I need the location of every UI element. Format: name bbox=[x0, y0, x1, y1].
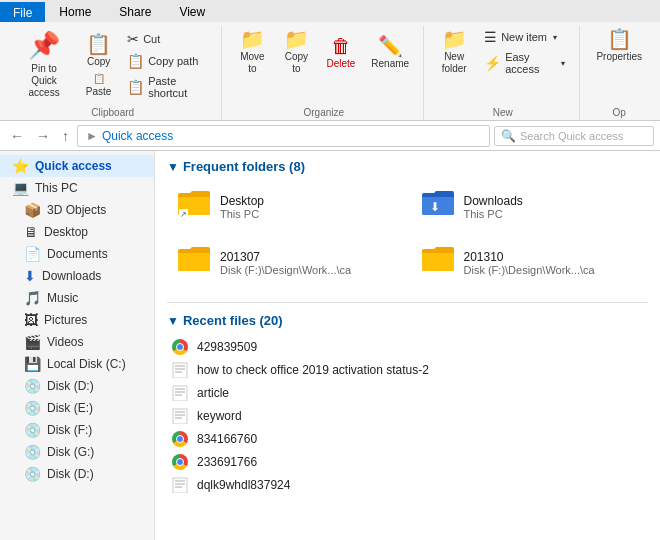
frequent-folders-chevron: ▼ bbox=[167, 160, 179, 174]
tab-home[interactable]: Home bbox=[45, 2, 105, 22]
folder-201307-sub: Disk (F:)\Design\Work...\ca bbox=[220, 264, 351, 276]
svg-rect-11 bbox=[173, 409, 187, 424]
quick-access-icon: ⭐ bbox=[12, 158, 29, 174]
delete-label: Delete bbox=[326, 58, 355, 69]
folder-grid: ↗ Desktop This PC ⬇ Down bbox=[167, 182, 648, 288]
frequent-folders-header[interactable]: ▼ Frequent folders (8) bbox=[167, 159, 648, 174]
3d-objects-icon: 📦 bbox=[24, 202, 41, 218]
sidebar-item-disk-f[interactable]: 💿 Disk (F:) bbox=[0, 419, 154, 441]
search-box[interactable]: 🔍 Search Quick access bbox=[494, 126, 654, 146]
recent-filename-5: 834166760 bbox=[197, 432, 257, 446]
sidebar-label-disk-f: Disk (F:) bbox=[47, 423, 92, 437]
folder-downloads-icon: ⬇ bbox=[420, 187, 456, 227]
open-label: Op bbox=[613, 105, 626, 120]
folder-item-201307[interactable]: 201307 Disk (F:)\Design\Work...\ca bbox=[167, 238, 405, 288]
folder-desktop-name: Desktop bbox=[220, 194, 264, 208]
up-button[interactable]: ↑ bbox=[58, 126, 73, 146]
copy-icon: 📋 bbox=[86, 34, 111, 54]
doc-icon-7 bbox=[171, 476, 189, 494]
recent-item-3[interactable]: article bbox=[167, 382, 648, 404]
easy-access-chevron: ▾ bbox=[561, 59, 565, 68]
recent-item-7[interactable]: dqlk9whdl837924 bbox=[167, 474, 648, 496]
doc-icon-4 bbox=[171, 407, 189, 425]
properties-label: Properties bbox=[596, 51, 642, 62]
delete-button[interactable]: 🗑 Delete bbox=[320, 33, 361, 72]
folder-item-201310[interactable]: 201310 Disk (F:)\Design\Work...\ca bbox=[411, 238, 649, 288]
sidebar-item-pictures[interactable]: 🖼 Pictures bbox=[0, 309, 154, 331]
organize-label: Organize bbox=[303, 105, 344, 120]
recent-item-5[interactable]: 834166760 bbox=[167, 428, 648, 450]
copy-to-button[interactable]: 📁 Copyto bbox=[276, 26, 316, 78]
folder-item-downloads[interactable]: ⬇ Downloads This PC bbox=[411, 182, 649, 232]
folder-201310-icon bbox=[420, 243, 456, 283]
new-folder-button[interactable]: 📁 Newfolder bbox=[434, 26, 474, 78]
main-area: ⭐ Quick access 💻 This PC 📦 3D Objects 🖥 … bbox=[0, 151, 660, 540]
sidebar-label-videos: Videos bbox=[47, 335, 83, 349]
folder-desktop-icon: ↗ bbox=[176, 187, 212, 227]
recent-item-4[interactable]: keyword bbox=[167, 405, 648, 427]
sidebar-item-local-disk-c[interactable]: 💾 Local Disk (C:) bbox=[0, 353, 154, 375]
tab-share[interactable]: Share bbox=[105, 2, 165, 22]
doc-icon-3 bbox=[171, 384, 189, 402]
new-folder-icon: 📁 bbox=[442, 29, 467, 49]
sidebar-label-documents: Documents bbox=[47, 247, 108, 261]
cut-icon: ✂ bbox=[127, 31, 139, 47]
sidebar-label-disk-g: Disk (G:) bbox=[47, 445, 94, 459]
sidebar-item-this-pc[interactable]: 💻 This PC bbox=[0, 177, 154, 199]
folder-201307-icon bbox=[176, 243, 212, 283]
sidebar-item-music[interactable]: 🎵 Music bbox=[0, 287, 154, 309]
paste-label: Paste bbox=[86, 86, 112, 97]
sidebar-item-desktop[interactable]: 🖥 Desktop bbox=[0, 221, 154, 243]
clipboard-label: Clipboard bbox=[91, 105, 134, 120]
path-link[interactable]: Quick access bbox=[102, 129, 173, 143]
sidebar-item-disk-d[interactable]: 💿 Disk (D:) bbox=[0, 375, 154, 397]
copy-path-button[interactable]: 📋 Copy path bbox=[121, 51, 213, 71]
svg-rect-15 bbox=[173, 478, 187, 493]
recent-item-2[interactable]: how to check office 2019 activation stat… bbox=[167, 359, 648, 381]
paste-shortcut-icon: 📋 bbox=[127, 79, 144, 95]
paste-button[interactable]: 📋 Paste bbox=[80, 71, 117, 99]
move-to-button[interactable]: 📁 Moveto bbox=[232, 26, 272, 78]
tab-file[interactable]: File bbox=[0, 2, 45, 22]
rename-button[interactable]: ✏️ Rename bbox=[365, 33, 415, 72]
new-item-chevron: ▾ bbox=[553, 33, 557, 42]
copy-path-label: Copy path bbox=[148, 55, 198, 67]
sidebar-item-disk-d2[interactable]: 💿 Disk (D:) bbox=[0, 463, 154, 485]
pin-to-quick-access-button[interactable]: 📌 Pin to Quickaccess bbox=[12, 26, 76, 103]
sidebar-label-disk-d2: Disk (D:) bbox=[47, 467, 94, 481]
sidebar-item-disk-g[interactable]: 💿 Disk (G:) bbox=[0, 441, 154, 463]
tab-bar: File Home Share View bbox=[0, 0, 660, 22]
properties-button[interactable]: 📋 Properties bbox=[590, 26, 648, 65]
svg-rect-7 bbox=[173, 386, 187, 401]
folder-201310-info: 201310 Disk (F:)\Design\Work...\ca bbox=[464, 250, 595, 276]
sidebar-item-videos[interactable]: 🎬 Videos bbox=[0, 331, 154, 353]
new-item-button[interactable]: ☰ New item ▾ bbox=[478, 27, 571, 47]
disk-e-icon: 💿 bbox=[24, 400, 41, 416]
tab-view[interactable]: View bbox=[165, 2, 219, 22]
sidebar-item-downloads[interactable]: ⬇ Downloads bbox=[0, 265, 154, 287]
address-path[interactable]: ► Quick access bbox=[77, 125, 490, 147]
paste-shortcut-button[interactable]: 📋 Paste shortcut bbox=[121, 73, 213, 101]
easy-access-button[interactable]: ⚡ Easy access ▾ bbox=[478, 49, 571, 77]
toolbar-group-new: 📁 Newfolder ☰ New item ▾ ⚡ Easy access ▾… bbox=[426, 26, 580, 120]
recent-item-1[interactable]: 429839509 bbox=[167, 336, 648, 358]
disk-d2-icon: 💿 bbox=[24, 466, 41, 482]
new-label: New bbox=[493, 105, 513, 120]
copy-button[interactable]: 📋 Copy bbox=[80, 31, 117, 70]
recent-filename-3: article bbox=[197, 386, 229, 400]
toolbar-group-open: 📋 Properties Op bbox=[582, 26, 656, 120]
pin-label: Pin to Quickaccess bbox=[20, 63, 68, 99]
sidebar-item-quick-access[interactable]: ⭐ Quick access bbox=[0, 155, 154, 177]
folder-downloads-sub: This PC bbox=[464, 208, 523, 220]
sidebar-item-3d-objects[interactable]: 📦 3D Objects bbox=[0, 199, 154, 221]
recent-item-6[interactable]: 233691766 bbox=[167, 451, 648, 473]
forward-button[interactable]: → bbox=[32, 126, 54, 146]
folder-item-desktop[interactable]: ↗ Desktop This PC bbox=[167, 182, 405, 232]
back-button[interactable]: ← bbox=[6, 126, 28, 146]
sidebar-item-disk-e[interactable]: 💿 Disk (E:) bbox=[0, 397, 154, 419]
sidebar-label-3d-objects: 3D Objects bbox=[47, 203, 106, 217]
cut-button[interactable]: ✂ Cut bbox=[121, 29, 213, 49]
delete-icon: 🗑 bbox=[331, 36, 351, 56]
sidebar-item-documents[interactable]: 📄 Documents bbox=[0, 243, 154, 265]
recent-files-header[interactable]: ▼ Recent files (20) bbox=[167, 313, 648, 328]
